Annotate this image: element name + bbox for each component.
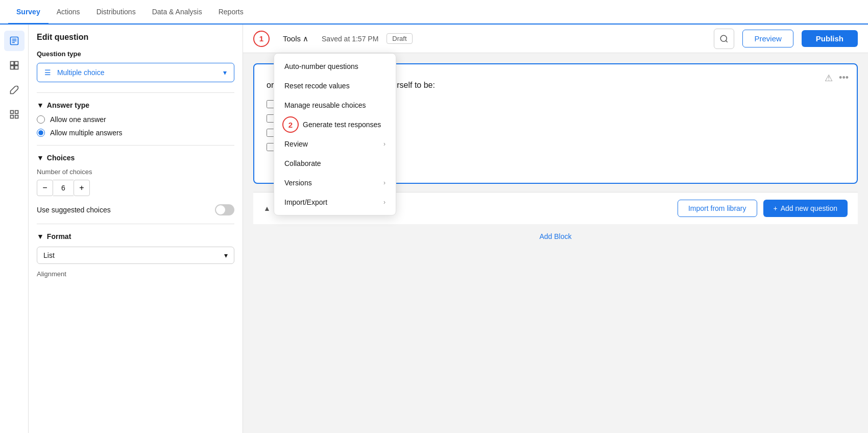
add-block-link[interactable]: Add Block [539,232,571,240]
import-export-chevron-icon: › [383,199,385,206]
suggested-choices-toggle[interactable] [215,204,234,215]
collapse-button[interactable]: ▲ [263,204,271,212]
choices-label: Choices [47,154,75,162]
svg-point-12 [721,35,727,41]
sidebar-btn-survey[interactable] [4,31,25,51]
svg-rect-6 [10,66,14,69]
toolbar: 1 Tools ∧ Saved at 1:57 PM Draft Preview… [243,25,868,53]
saved-status: Saved at 1:57 PM [322,35,378,43]
divider-2 [37,145,234,146]
menu-item-generate-test[interactable]: Generate test responses [303,115,396,134]
toggle-knob [216,205,225,214]
warning-icon: ⚠ [825,73,833,84]
edit-panel: Edit question Question type ☰ Multiple c… [29,25,243,433]
svg-rect-4 [10,62,14,65]
question-type-value: Multiple choice [57,68,105,77]
stepper-decrease-btn[interactable]: − [37,180,53,196]
main-content: 1 Tools ∧ Saved at 1:57 PM Draft Preview… [243,25,868,433]
bottom-actions: Import from library + Add new question [678,200,848,217]
tab-survey[interactable]: Survey [8,0,49,25]
preview-button[interactable]: Preview [742,30,793,47]
menu-item-manage-choices[interactable]: Manage reusable choices [274,95,396,115]
menu-item-import-export-label: Import/Export [284,198,327,206]
draft-badge: Draft [387,33,412,44]
publish-button[interactable]: Publish [802,30,858,47]
svg-rect-5 [14,62,18,65]
question-card-actions: ⚠ ••• [825,73,849,84]
review-chevron-icon: › [383,140,385,148]
tab-actions[interactable]: Actions [49,0,88,25]
menu-item-generate-test-label: Generate test responses [303,121,381,129]
collapse-arrow-icon: ▼ [37,101,44,109]
svg-rect-7 [14,66,18,69]
format-arrow-icon: ▼ [37,232,44,240]
sidebar-btn-paint[interactable] [4,80,25,100]
suggested-choices-label: Use suggested choices [37,206,111,214]
tools-dropdown-menu: Auto-number questions Reset recode value… [274,53,396,215]
tools-label: Tools [283,34,301,43]
chevron-down-icon: ▾ [223,68,227,77]
allow-one-label: Allow one answer [50,115,106,124]
menu-item-versions[interactable]: Versions › [274,173,396,193]
question-type-select[interactable]: ☰ Multiple choice ▾ [37,63,234,82]
answer-type-label: Answer type [47,101,89,109]
sidebar-btn-layout[interactable] [4,55,25,76]
radio-allow-one[interactable] [37,115,45,124]
format-chevron-icon: ▾ [224,251,228,259]
alignment-label: Alignment [37,270,234,278]
svg-rect-9 [15,111,18,114]
icon-sidebar [0,25,29,433]
menu-item-reset-recode[interactable]: Reset recode values [274,76,396,95]
stepper-increase-btn[interactable]: + [74,180,90,196]
format-select[interactable]: List ▾ [37,247,234,264]
search-button[interactable] [714,29,734,49]
answer-option-one[interactable]: Allow one answer [37,115,234,124]
suggested-choices-row: Use suggested choices [37,204,234,215]
list-icon: ☰ [44,68,51,77]
allow-multiple-label: Allow multiple answers [50,129,123,137]
menu-item-import-export[interactable]: Import/Export › [274,193,396,212]
step-badge-1: 1 [253,31,270,47]
add-question-label: Add new question [781,204,837,212]
answer-option-multiple[interactable]: Allow multiple answers [37,129,234,137]
sidebar-btn-data[interactable] [4,104,25,125]
more-options-icon[interactable]: ••• [839,73,849,84]
menu-item-collaborate-label: Collaborate [284,159,321,167]
search-icon [719,34,729,43]
format-label: Format [47,232,71,240]
answer-type-options: Allow one answer Allow multiple answers [37,115,234,137]
menu-item-versions-label: Versions [284,179,312,187]
add-new-question-button[interactable]: + Add new question [763,200,848,217]
divider-1 [37,92,234,93]
menu-item-auto-number[interactable]: Auto-number questions [274,57,396,76]
edit-panel-title: Edit question [37,33,234,42]
top-navigation: Survey Actions Distributions Data & Anal… [0,0,868,25]
main-layout: Edit question Question type ☰ Multiple c… [0,25,868,433]
menu-item-manage-choices-label: Manage reusable choices [284,101,366,109]
plus-icon: + [774,204,778,212]
format-header[interactable]: ▼ Format [37,232,234,240]
menu-item-auto-number-label: Auto-number questions [284,62,358,70]
choices-arrow-icon: ▼ [37,154,44,162]
tab-reports[interactable]: Reports [210,0,252,25]
tools-button[interactable]: Tools ∧ [278,31,314,46]
tools-chevron-icon: ∧ [303,34,308,43]
choices-header[interactable]: ▼ Choices [37,154,234,162]
tab-data-analysis[interactable]: Data & Analysis [144,0,210,25]
radio-allow-multiple[interactable] [37,129,45,137]
menu-item-review[interactable]: Review › [274,134,396,154]
svg-line-13 [726,40,728,42]
add-block-row: Add Block [253,224,858,249]
divider-3 [37,224,234,224]
menu-item-review-label: Review [284,140,308,148]
menu-item-collaborate[interactable]: Collaborate [274,154,396,173]
svg-rect-8 [10,111,13,114]
question-type-label: Question type [37,50,234,58]
tab-distributions[interactable]: Distributions [88,0,144,25]
svg-rect-11 [15,115,18,118]
import-from-library-button[interactable]: Import from library [678,200,757,217]
svg-rect-10 [10,115,13,118]
answer-type-header[interactable]: ▼ Answer type [37,101,234,109]
choices-stepper: − 6 + [37,180,234,196]
num-choices-label: Number of choices [37,168,234,176]
